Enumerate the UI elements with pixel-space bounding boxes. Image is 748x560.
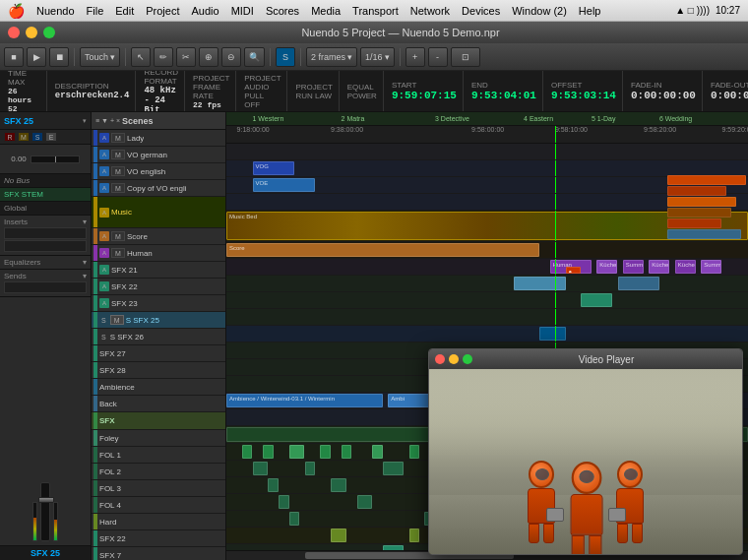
insert-slot-1[interactable]	[4, 227, 87, 239]
track-mute-score[interactable]: M	[111, 231, 125, 241]
track-item-copy-vo[interactable]: A M Copy of VO engli	[92, 180, 225, 197]
clip-foley-6[interactable]	[372, 445, 383, 459]
insert-slot-2[interactable]	[4, 240, 87, 252]
clip-hard-1[interactable]	[331, 529, 346, 542]
equalizers-label[interactable]: Equalizers ▾	[4, 258, 87, 267]
clip-fol4-1[interactable]	[289, 512, 300, 526]
clip-fol2-1[interactable]	[268, 478, 279, 492]
pan-knob[interactable]	[31, 156, 80, 163]
track-item-human[interactable]: A M Human	[92, 245, 225, 262]
track-item-vo-english[interactable]: A M VO english	[92, 163, 225, 180]
track-mute-lady[interactable]: M	[111, 133, 125, 143]
toolbar-icon-3[interactable]: ⏹	[49, 47, 69, 67]
zoom-full[interactable]: ⊡	[451, 47, 480, 67]
menu-transport[interactable]: Transport	[352, 5, 399, 17]
clip-ambience-1[interactable]: Ambience / Winterwind-03.1 / Wintermin	[226, 394, 383, 407]
track-mute-vo-english[interactable]: M	[111, 166, 125, 176]
track-item-music[interactable]: A Music	[92, 197, 225, 228]
track-item-sfx25[interactable]: S M S SFX 25	[92, 312, 225, 329]
clip-fol1-3[interactable]	[383, 462, 404, 475]
inserts-label[interactable]: Inserts ▾	[4, 218, 87, 226]
clip-sfx22-1[interactable]	[581, 293, 612, 307]
channel-arrow[interactable]: ▾	[83, 117, 87, 125]
track-item-fol2[interactable]: FOL 2	[92, 464, 225, 480]
video-minimize-button[interactable]	[449, 354, 459, 364]
menu-nuendo[interactable]: Nuendo	[36, 5, 75, 17]
sends-label[interactable]: Sends ▾	[4, 272, 87, 280]
minimize-button[interactable]	[26, 27, 37, 38]
track-item-vo-german[interactable]: A M VO german	[92, 147, 225, 163]
menu-midi[interactable]: MIDI	[231, 5, 254, 17]
touch-mode-dropdown[interactable]: Touch ▾	[80, 47, 120, 67]
zoom-out[interactable]: -	[428, 47, 448, 67]
timeline-row-sfx25[interactable]	[226, 326, 748, 342]
timeline-ruler[interactable]: 9:18:00:00 9:38:00:00 9:58:00:00 9:58:10…	[226, 126, 748, 144]
menu-scores[interactable]: Scores	[266, 5, 299, 17]
timeline-row-lady[interactable]	[226, 144, 748, 160]
track-item-sfx28[interactable]: SFX 28	[92, 362, 225, 379]
snap-btn[interactable]: S	[276, 47, 295, 67]
clip-fol1-1[interactable]	[253, 462, 269, 475]
tool-select[interactable]: ↖	[131, 47, 151, 67]
video-player[interactable]: Video Player	[428, 348, 743, 555]
track-item-back[interactable]: Back	[92, 396, 225, 412]
clip-human-5[interactable]: Küchene...	[675, 260, 696, 274]
track-item-foley[interactable]: Foley	[92, 430, 225, 447]
track-item-sfx22[interactable]: A SFX 22	[92, 279, 225, 295]
clip-fol3-1[interactable]	[279, 495, 289, 509]
clip-human-7[interactable]: ●	[566, 267, 582, 274]
video-maximize-button[interactable]	[463, 354, 472, 364]
clip-hard-2[interactable]	[409, 529, 420, 542]
playhead[interactable]	[555, 126, 556, 143]
menu-help[interactable]: Help	[579, 5, 601, 17]
video-close-button[interactable]	[435, 354, 445, 364]
clip-human-3[interactable]: Summa...	[623, 260, 644, 274]
track-item-fol1[interactable]: FOL 1	[92, 447, 225, 464]
volume-fader[interactable]	[40, 482, 50, 541]
track-item-sfx-folder[interactable]: SFX	[92, 412, 225, 430]
timeline-row-sfx21[interactable]	[226, 276, 748, 292]
clip-human-6[interactable]: Summa...	[701, 260, 721, 274]
track-item-fol3[interactable]: FOL 3	[92, 480, 225, 497]
clip-sfx21-1[interactable]	[514, 277, 566, 290]
clip-fol3-2[interactable]	[357, 495, 373, 509]
track-item-ambience[interactable]: Ambience	[92, 379, 225, 396]
clip-foley-7[interactable]	[409, 445, 420, 459]
track-mute-copy-vo[interactable]: M	[111, 183, 125, 193]
menu-file[interactable]: File	[87, 5, 104, 17]
track-item-sfx7[interactable]: SFX 7	[92, 547, 225, 560]
ratio-dropdown[interactable]: 1/16 ▾	[360, 47, 395, 67]
track-item-lady[interactable]: A M Lady	[92, 130, 225, 147]
frames-dropdown[interactable]: 2 frames ▾	[306, 47, 357, 67]
clip-foley-3[interactable]	[289, 445, 305, 459]
timeline-row-sfx22[interactable]	[226, 292, 748, 309]
clip-foley-4[interactable]	[320, 445, 331, 459]
clip-human-4[interactable]: Küchene...	[649, 260, 669, 274]
clip-vo-german-1[interactable]: VOG	[253, 161, 294, 175]
toolbar-icon-2[interactable]: ▶	[27, 47, 46, 67]
track-item-score[interactable]: A M Score	[92, 228, 225, 245]
timeline-row-sfx23[interactable]	[226, 309, 748, 326]
clip-foley-1[interactable]	[242, 445, 253, 459]
menu-project[interactable]: Project	[146, 5, 179, 17]
toolbar-icon-1[interactable]: ■	[4, 47, 24, 67]
track-item-sfx23[interactable]: A SFX 23	[92, 295, 225, 312]
close-button[interactable]	[8, 27, 20, 38]
menu-audio[interactable]: Audio	[192, 5, 219, 17]
clip-sfx25-1[interactable]	[539, 327, 566, 341]
edit-button[interactable]: E	[45, 132, 57, 142]
tool-erase[interactable]: ✏	[154, 47, 173, 67]
track-list-scroll[interactable]: A M Lady A M VO german A M VO english	[92, 130, 225, 560]
track-item-hard[interactable]: Hard	[92, 514, 225, 530]
track-item-sfx26[interactable]: S S SFX 26	[92, 329, 225, 345]
maximize-button[interactable]	[43, 27, 55, 38]
menu-media[interactable]: Media	[311, 5, 341, 17]
track-mute-vo-german[interactable]: M	[111, 150, 125, 159]
clip-vo-english-1[interactable]: VOE	[253, 178, 316, 192]
record-button[interactable]: R	[4, 132, 16, 142]
track-item-fol4[interactable]: FOL 4	[92, 497, 225, 514]
track-sfx25-mute[interactable]: M	[110, 315, 124, 325]
mute-button[interactable]: M	[18, 132, 30, 142]
clip-score-1[interactable]: Score	[226, 243, 539, 257]
menu-network[interactable]: Network	[410, 5, 450, 17]
